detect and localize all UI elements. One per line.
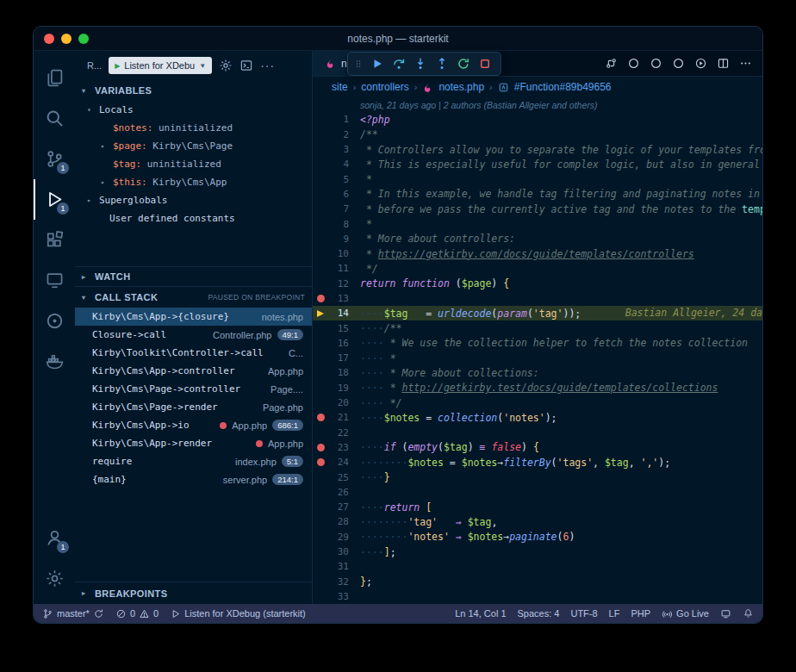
activity-docker-button[interactable]: [34, 341, 75, 382]
code-line[interactable]: 31: [313, 559, 762, 574]
more-actions-button[interactable]: ···: [260, 61, 275, 70]
call-stack-frame[interactable]: requireindex.php5:1: [75, 452, 312, 470]
call-stack-frame[interactable]: Kirby\Cms\Page->controllerPage....: [75, 380, 312, 398]
code-line[interactable]: 18···· * More about collections:: [313, 365, 762, 380]
call-stack-frame[interactable]: {main}server.php214:1: [75, 470, 312, 488]
code-line[interactable]: 24········$notes = $notes→filterBy('tags…: [313, 455, 762, 470]
minimize-window-button[interactable]: [61, 34, 72, 44]
code-line[interactable]: 3 * Controllers allow you to separate th…: [313, 142, 762, 157]
code-line[interactable]: 9 * More about controllers:: [313, 232, 762, 246]
code-line[interactable]: 30····];: [313, 544, 762, 559]
gutter-marker[interactable]: [313, 458, 328, 466]
variable-row[interactable]: $tag: uninitialized: [75, 155, 312, 173]
variables-section-header[interactable]: ▾ VARIABLES: [75, 80, 312, 101]
call-stack-frame[interactable]: Kirby\Cms\App->controllerApp.php: [75, 362, 312, 380]
step-out-button[interactable]: [431, 53, 452, 74]
debug-console-button[interactable]: [239, 59, 253, 72]
branch-status-item[interactable]: master*: [42, 608, 104, 619]
code-line[interactable]: 20···· */: [313, 395, 762, 410]
activity-source-control-button[interactable]: 1: [34, 139, 75, 179]
variable-row[interactable]: ▸$page: Kirby\Cms\Page: [75, 137, 312, 155]
restart-button[interactable]: [452, 53, 474, 74]
code-line[interactable]: 4 * This is especially useful for comple…: [313, 157, 762, 171]
activity-run-debug-button[interactable]: 1: [34, 179, 75, 220]
code-line[interactable]: 15····/**: [313, 320, 762, 335]
gutter-marker[interactable]: [313, 444, 328, 451]
code-line[interactable]: 21····$notes = collection('notes');: [313, 410, 762, 425]
code-line[interactable]: 33: [313, 589, 762, 604]
gutter-marker[interactable]: [313, 414, 328, 421]
code-editor[interactable]: sonja, 21 days ago | 2 authors (Bastian …: [313, 97, 762, 604]
code-line[interactable]: 8 *: [313, 216, 762, 231]
circle-outline-button[interactable]: [627, 57, 640, 70]
encoding-item[interactable]: UTF-8: [570, 608, 597, 619]
code-line[interactable]: 23····if (empty($tag) ≡ false) {: [313, 440, 762, 455]
start-debug-icon[interactable]: ▶: [115, 62, 120, 70]
code-line[interactable]: 26: [313, 485, 762, 500]
breadcrumb-site[interactable]: site: [332, 81, 348, 93]
more-actions-button[interactable]: [739, 57, 752, 70]
gutter-marker[interactable]: [313, 295, 328, 302]
code-line[interactable]: 29········'notes' ⇒ $notes→paginate(6): [313, 530, 762, 544]
code-line[interactable]: 32};: [313, 575, 762, 589]
code-line[interactable]: 6 * In this example, we handle tag filte…: [313, 187, 762, 202]
activity-remote-explorer-button[interactable]: [34, 260, 75, 301]
breakpoints-section-header[interactable]: ▸ BREAKPOINTS: [75, 582, 312, 604]
variables-group[interactable]: ▸Superglobals: [75, 191, 312, 209]
gutter-marker[interactable]: [313, 310, 328, 317]
breadcrumb-controllers[interactable]: controllers: [361, 81, 408, 93]
stop-button[interactable]: [474, 53, 495, 74]
toolbar-grip-handle[interactable]: [353, 57, 365, 71]
debug-config-select[interactable]: ▶ Listen for XDebu ▼: [109, 57, 212, 74]
circle-outline-button[interactable]: [650, 57, 662, 70]
git-compare-button[interactable]: [605, 57, 618, 70]
eol-item[interactable]: LF: [609, 608, 620, 619]
cursor-position-item[interactable]: Ln 14, Col 1: [455, 608, 506, 619]
continue-button[interactable]: [366, 53, 388, 74]
call-stack-frame[interactable]: Kirby\Cms\App->renderApp.php: [75, 434, 312, 452]
variable-row[interactable]: ▸$this: Kirby\Cms\App: [75, 173, 312, 191]
circle-outline-button[interactable]: [672, 57, 685, 70]
call-stack-frame[interactable]: Closure->callController.php49:1: [75, 326, 312, 344]
go-live-item[interactable]: Go Live: [662, 608, 709, 619]
variables-scope-locals[interactable]: ▾Locals: [75, 101, 312, 119]
call-stack-frame[interactable]: Kirby\Toolkit\Controller->callC...: [75, 344, 312, 362]
watch-section-header[interactable]: ▸ WATCH: [75, 266, 312, 287]
close-window-button[interactable]: [44, 34, 54, 44]
code-line[interactable]: 19···· * http://getkirby.test/docs/guide…: [313, 381, 762, 395]
code-line[interactable]: 11 */: [313, 261, 762, 276]
code-line[interactable]: 2/**: [313, 128, 762, 142]
problems-status-item[interactable]: 0 0: [115, 608, 159, 619]
call-stack-section-header[interactable]: ▾ CALL STACK PAUSED ON BREAKPOINT: [75, 287, 312, 308]
code-line[interactable]: 12return function ($page) {: [313, 277, 762, 291]
indentation-item[interactable]: Spaces: 4: [518, 608, 560, 619]
call-stack-frame[interactable]: Kirby\Cms\App->{closure}notes.php: [75, 308, 312, 326]
language-mode-item[interactable]: PHP: [631, 608, 650, 619]
play-circle-button[interactable]: [694, 57, 707, 70]
code-line[interactable]: 14····$tag = urldecode(param('tag'));Bas…: [313, 306, 762, 320]
remote-window-item[interactable]: [720, 608, 731, 619]
variable-row[interactable]: $notes: uninitialized: [75, 119, 312, 137]
code-line[interactable]: 13: [313, 291, 762, 306]
activity-extensions-button[interactable]: [34, 220, 75, 260]
zoom-window-button[interactable]: [78, 34, 89, 44]
split-editor-button[interactable]: [717, 57, 730, 70]
code-line[interactable]: 27····return [: [313, 500, 762, 514]
debug-target-status-item[interactable]: Listen for XDebug (starterkit): [170, 608, 306, 619]
call-stack-frame[interactable]: Kirby\Cms\Page->renderPage.php: [75, 398, 312, 416]
step-over-button[interactable]: [388, 53, 409, 74]
code-line[interactable]: 25····}: [313, 470, 762, 484]
code-line[interactable]: 16···· * We use the collection helper to…: [313, 336, 762, 351]
activity-accounts-button[interactable]: 1: [34, 518, 75, 558]
debug-settings-button[interactable]: [219, 59, 233, 72]
call-stack-frame[interactable]: Kirby\Cms\App->ioApp.php686:1: [75, 416, 312, 434]
step-into-button[interactable]: [409, 53, 431, 74]
breadcrumb-symbol[interactable]: #Function#89b49656: [514, 81, 612, 93]
variables-group[interactable]: User defined constants: [75, 209, 312, 227]
breadcrumb-file[interactable]: notes.php: [438, 81, 484, 93]
activity-explorer-button[interactable]: [34, 58, 75, 98]
activity-search-button[interactable]: [34, 98, 75, 139]
code-line[interactable]: 5 *: [313, 171, 762, 186]
notifications-item[interactable]: [743, 608, 754, 619]
code-line[interactable]: 7 * before we pass the currently active …: [313, 202, 762, 216]
